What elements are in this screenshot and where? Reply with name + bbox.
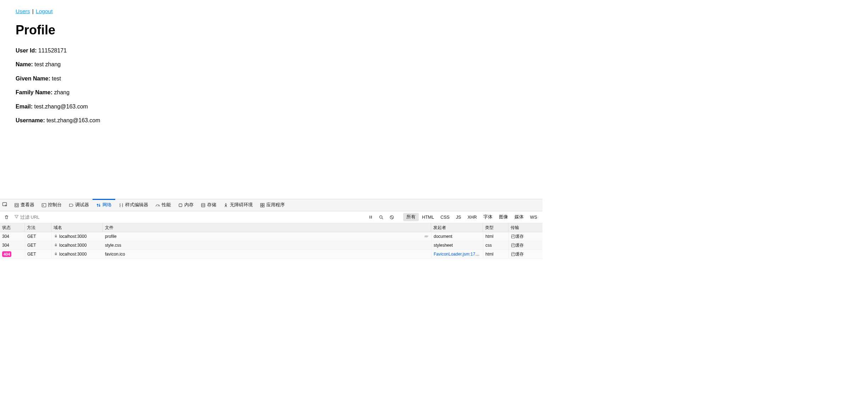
svg-rect-18 (427, 237, 427, 237)
devtools-tabstrip: 查看器 控制台 调试器 网络 样式编辑器 性能 内存 存储 (0, 199, 542, 211)
svg-point-6 (226, 203, 227, 204)
page-title: Profile (16, 22, 527, 39)
type-filter-bar: 所有HTMLCSSJSXHR字体图像媒体WS (403, 213, 540, 221)
tab-application-label: 应用程序 (266, 202, 285, 208)
type-filter-媒体[interactable]: 媒体 (511, 213, 527, 221)
cell-file: favicon.ico (103, 250, 431, 258)
type-filter-JS[interactable]: JS (453, 214, 464, 221)
lock-icon (54, 243, 58, 248)
label-given-name: Given Name: (16, 75, 50, 82)
pause-button[interactable] (366, 213, 375, 222)
field-email: Email: test.zhang@163.com (16, 103, 527, 111)
application-icon (260, 203, 265, 208)
devtools-panel: 查看器 控制台 调试器 网络 样式编辑器 性能 内存 存储 (0, 199, 542, 259)
cell-method: GET (25, 233, 51, 240)
col-header-domain[interactable]: 域名 (51, 223, 103, 232)
logout-link[interactable]: Logout (36, 8, 52, 14)
type-filter-HTML[interactable]: HTML (419, 214, 437, 221)
col-header-transfer[interactable]: 传输 (508, 223, 542, 232)
cell-domain: localhost:3000 (51, 233, 103, 241)
filter-url-field[interactable] (13, 213, 112, 222)
tab-application[interactable]: 应用程序 (256, 199, 288, 211)
tab-style-editor[interactable]: 样式编辑器 (115, 199, 152, 211)
tab-accessibility-label: 无障碍环境 (230, 202, 253, 208)
tab-accessibility[interactable]: 无障碍环境 (220, 199, 256, 211)
cell-domain: localhost:3000 (51, 250, 103, 258)
filter-icon (14, 214, 19, 220)
col-header-method[interactable]: 方法 (25, 223, 51, 232)
col-header-type[interactable]: 类型 (483, 223, 508, 232)
tab-network[interactable]: 网络 (93, 199, 115, 211)
tab-console-label: 控制台 (48, 202, 62, 208)
storage-icon (201, 203, 206, 208)
block-button[interactable] (388, 213, 396, 222)
memory-icon (178, 203, 183, 208)
svg-rect-11 (369, 216, 370, 218)
clear-button[interactable] (2, 213, 11, 222)
label-name: Name: (16, 61, 33, 67)
value-username: test.zhang@163.com (46, 117, 100, 123)
accessibility-icon (223, 203, 228, 208)
tab-console[interactable]: 控制台 (38, 199, 65, 211)
tab-memory-label: 内存 (184, 202, 194, 208)
svg-rect-7 (261, 203, 262, 205)
tab-debugger-label: 调试器 (75, 202, 89, 208)
cell-file: profile (103, 233, 431, 240)
search-button[interactable] (377, 213, 385, 222)
label-username: Username: (16, 117, 45, 123)
svg-rect-17 (425, 237, 425, 237)
value-name: test zhang (34, 61, 61, 67)
type-filter-WS[interactable]: WS (527, 214, 540, 221)
filter-url-input[interactable] (20, 215, 105, 220)
type-filter-CSS[interactable]: CSS (437, 214, 453, 221)
type-filter-图像[interactable]: 图像 (496, 213, 511, 221)
cell-type: html (483, 250, 508, 258)
col-header-initiator[interactable]: 发起者 (431, 223, 483, 232)
tab-storage-label: 存储 (207, 202, 216, 208)
svg-rect-10 (263, 205, 264, 207)
tab-style-editor-label: 样式编辑器 (125, 202, 148, 208)
cell-initiator: FaviconLoader.jsm:179 (img) (431, 250, 483, 258)
field-family-name: Family Name: zhang (16, 89, 527, 96)
cell-status: 304 (0, 241, 25, 249)
performance-icon (155, 203, 160, 208)
tab-memory[interactable]: 内存 (174, 199, 197, 211)
type-filter-所有[interactable]: 所有 (403, 213, 419, 221)
cell-type: css (483, 241, 508, 249)
tab-debugger[interactable]: 调试器 (65, 199, 93, 211)
value-email: test.zhang@163.com (34, 103, 88, 110)
tab-inspector[interactable]: 查看器 (11, 199, 38, 211)
cell-initiator: stylesheet (431, 241, 483, 249)
lock-icon (54, 252, 58, 257)
svg-rect-9 (261, 205, 262, 207)
table-row[interactable]: 404GETlocalhost:3000favicon.icoFaviconLo… (0, 250, 542, 259)
cell-file: style.css (103, 241, 431, 249)
col-header-status[interactable]: 状态 (0, 223, 25, 232)
type-filter-XHR[interactable]: XHR (464, 214, 480, 221)
tab-performance[interactable]: 性能 (152, 199, 174, 211)
table-row[interactable]: 304GETlocalhost:3000style.cssstylesheetc… (0, 241, 542, 250)
tab-storage[interactable]: 存储 (197, 199, 220, 211)
cell-method: GET (25, 250, 51, 258)
debugger-icon (69, 203, 74, 208)
field-name: Name: test zhang (16, 61, 527, 68)
network-table-body: 304GETlocalhost:3000profiledocumenthtml已… (0, 232, 542, 259)
label-userid: User Id: (16, 47, 37, 54)
style-editor-icon (119, 203, 124, 208)
value-given-name: test (52, 75, 61, 82)
field-given-name: Given Name: test (16, 75, 527, 83)
cell-domain: localhost:3000 (51, 241, 103, 250)
table-row[interactable]: 304GETlocalhost:3000profiledocumenthtml已… (0, 232, 542, 241)
type-filter-字体[interactable]: 字体 (480, 213, 496, 221)
svg-point-13 (380, 216, 382, 218)
console-icon (41, 203, 46, 208)
col-header-file[interactable]: 文件 (103, 223, 431, 232)
nav-separator: | (30, 8, 36, 14)
svg-rect-8 (263, 203, 264, 205)
turtle-icon (424, 234, 429, 239)
users-link[interactable]: Users (16, 8, 30, 14)
tab-performance-label: 性能 (162, 202, 171, 208)
tab-network-label: 网络 (102, 202, 112, 208)
element-picker-button[interactable] (0, 202, 11, 208)
svg-rect-12 (371, 216, 372, 218)
